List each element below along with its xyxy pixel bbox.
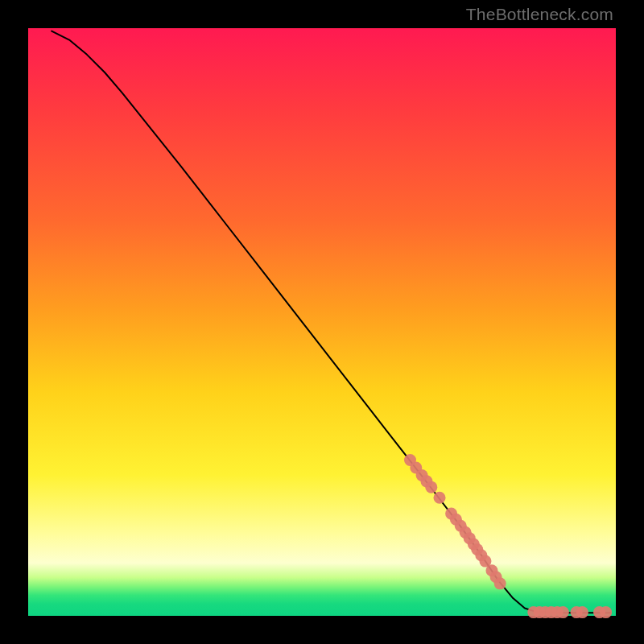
svg-point-23	[557, 606, 569, 618]
svg-point-4	[425, 481, 437, 493]
chart-overlay	[28, 28, 616, 616]
data-points	[404, 454, 612, 618]
watermark-text: TheBottleneck.com	[466, 5, 613, 24]
svg-point-25	[576, 606, 588, 618]
svg-point-5	[434, 492, 446, 504]
svg-point-17	[494, 577, 506, 589]
curve-line	[52, 31, 610, 613]
svg-point-27	[600, 606, 612, 618]
chart-container: TheBottleneck.com	[0, 0, 644, 644]
